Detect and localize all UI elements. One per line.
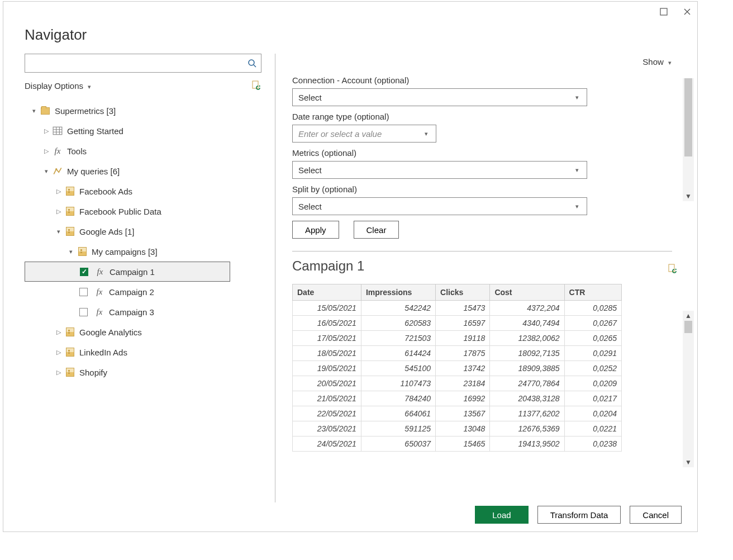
table-row[interactable]: 20/05/202111074732318424770,78640,0209 — [293, 376, 622, 391]
col-header-impressions: Impressions — [361, 284, 435, 301]
tree-item-google-ads[interactable]: ▾ Google Ads [1] — [25, 221, 272, 241]
preview-title: Campaign 1 — [292, 258, 364, 274]
scroll-thumb[interactable] — [684, 78, 692, 156]
cell-ctr: 0,0204 — [564, 406, 621, 421]
transform-data-button[interactable]: Transform Data — [537, 506, 621, 524]
form-scrollbar[interactable]: ▲ ▼ — [683, 78, 694, 201]
tree-label: LinkedIn Ads — [79, 348, 127, 357]
tree-label: Facebook Public Data — [79, 207, 161, 216]
tree-label: Shopify — [79, 368, 107, 377]
table-row[interactable]: 18/05/20216144241787518092,71350,0291 — [293, 346, 622, 361]
table-row[interactable]: 24/05/20216500371546519413,95020,0238 — [293, 436, 622, 452]
col-header-ctr: CTR — [564, 284, 621, 301]
cell-ctr: 0,0217 — [564, 391, 621, 406]
checkbox-icon[interactable] — [79, 308, 88, 316]
tree-item-campaign-3[interactable]: fx Campaign 3 — [25, 302, 272, 322]
search-input[interactable] — [25, 54, 261, 73]
tree-label: Campaign 2 — [109, 287, 154, 297]
display-options-label: Display Options — [25, 81, 83, 91]
cancel-button[interactable]: Cancel — [630, 506, 682, 524]
tree-label: Google Ads — [79, 227, 123, 236]
select-placeholder: Enter or select a value — [298, 129, 382, 139]
scroll-down-icon[interactable]: ▼ — [683, 457, 693, 467]
refresh-preview-button[interactable] — [668, 264, 678, 274]
scroll-up-icon[interactable]: ▲ — [683, 311, 693, 321]
daterange-select[interactable]: Enter or select a value ▾ — [292, 125, 436, 143]
cell-cost: 24770,7864 — [490, 376, 564, 391]
connection-select[interactable]: Select ▾ — [292, 88, 587, 106]
apply-button[interactable]: Apply — [292, 221, 339, 239]
connection-label: Connection - Account (optional) — [292, 75, 680, 85]
table-row[interactable]: 23/05/20215911251304812676,53690,0221 — [293, 421, 622, 436]
chevron-right-icon: ▷ — [55, 369, 63, 376]
cell-clicks: 15473 — [436, 301, 490, 316]
clear-button[interactable]: Clear — [354, 221, 399, 239]
refresh-tree-button[interactable] — [251, 80, 261, 91]
tree-item-campaign-1[interactable]: fx Campaign 1 — [25, 262, 230, 282]
db-folder-icon — [65, 186, 75, 196]
checkbox-checked-icon[interactable] — [80, 268, 88, 276]
tree-item-linkedin-ads[interactable]: ▷ LinkedIn Ads — [25, 342, 272, 362]
nav-tree: ▾ Supermetrics [3] ▷ Getting Started ▷ f… — [25, 101, 272, 382]
cell-ctr: 0,0209 — [564, 376, 621, 391]
tree-label: Facebook Ads — [79, 187, 132, 196]
show-dropdown[interactable]: Show ▾ — [642, 57, 674, 67]
chevron-right-icon: ▷ — [42, 127, 50, 135]
cell-cost: 19413,9502 — [490, 436, 564, 452]
svg-rect-2 — [253, 81, 258, 88]
metrics-select[interactable]: Select ▾ — [292, 161, 587, 179]
cell-ctr: 0,0285 — [564, 301, 621, 316]
cell-date: 19/05/2021 — [293, 361, 361, 376]
tree-item-google-analytics[interactable]: ▷ Google Analytics — [25, 322, 272, 342]
cell-impressions: 545100 — [361, 361, 435, 376]
table-row[interactable]: 16/05/2021620583165974340,74940,0267 — [293, 316, 622, 331]
cell-clicks: 16597 — [436, 316, 490, 331]
cell-ctr: 0,0252 — [564, 361, 621, 376]
cell-ctr: 0,0267 — [564, 316, 621, 331]
tree-item-supermetrics[interactable]: ▾ Supermetrics [3] — [25, 101, 272, 121]
cell-ctr: 0,0238 — [564, 436, 621, 452]
chevron-down-icon: ▾ — [573, 167, 581, 174]
footer: Load Transform Data Cancel — [475, 506, 682, 524]
table-row[interactable]: 15/05/2021542242154734372,2040,0285 — [293, 301, 622, 316]
tree-label: My campaigns — [92, 247, 146, 257]
tree-item-facebook-ads[interactable]: ▷ Facebook Ads — [25, 181, 272, 201]
maximize-button[interactable] — [658, 6, 669, 17]
cell-date: 18/05/2021 — [293, 346, 361, 361]
chevron-down-icon: ▾ — [30, 107, 38, 115]
cell-cost: 18092,7135 — [490, 346, 564, 361]
scroll-thumb[interactable] — [684, 321, 692, 333]
chevron-right-icon: ▷ — [55, 349, 63, 356]
table-row[interactable]: 21/05/20217842401699220438,31280,0217 — [293, 391, 622, 406]
chevron-down-icon: ▾ — [42, 168, 50, 175]
scroll-down-icon[interactable]: ▼ — [683, 191, 693, 201]
close-button[interactable] — [682, 6, 693, 17]
load-button[interactable]: Load — [475, 506, 528, 524]
checkbox-icon[interactable] — [79, 288, 88, 296]
tree-item-campaign-2[interactable]: fx Campaign 2 — [25, 282, 272, 302]
divider — [292, 251, 672, 251]
tree-label: Supermetrics — [55, 106, 104, 116]
tree-item-facebook-public[interactable]: ▷ Facebook Public Data — [25, 201, 272, 221]
tree-item-tools[interactable]: ▷ fx Tools — [25, 141, 272, 161]
table-row[interactable]: 17/05/20217215031911812382,00620,0265 — [293, 331, 622, 346]
svg-point-4 — [55, 168, 57, 170]
tree-item-getting-started[interactable]: ▷ Getting Started — [25, 121, 272, 141]
table-scrollbar[interactable]: ▲ ▼ — [683, 311, 694, 467]
tree-item-my-queries[interactable]: ▾ My queries [6] — [25, 161, 272, 181]
splitby-select[interactable]: Select ▾ — [292, 197, 587, 215]
metrics-label: Metrics (optional) — [292, 148, 680, 158]
tree-item-shopify[interactable]: ▷ Shopify — [25, 362, 272, 382]
cell-date: 16/05/2021 — [293, 316, 361, 331]
chevron-down-icon: ▾ — [422, 130, 430, 137]
table-row[interactable]: 19/05/20215451001374218909,38850,0252 — [293, 361, 622, 376]
fx-icon: fx — [95, 267, 105, 277]
chevron-down-icon: ▾ — [55, 228, 63, 235]
tree-label: My queries — [67, 167, 108, 176]
tree-label: Google Analytics — [79, 328, 142, 337]
table-row[interactable]: 22/05/20216640611356711377,62020,0204 — [293, 406, 622, 421]
db-folder-icon — [77, 246, 87, 257]
tree-item-my-campaigns[interactable]: ▾ My campaigns [3] — [25, 241, 272, 262]
chevron-right-icon: ▷ — [42, 148, 50, 155]
display-options-dropdown[interactable]: Display Options ▾ — [25, 81, 93, 91]
